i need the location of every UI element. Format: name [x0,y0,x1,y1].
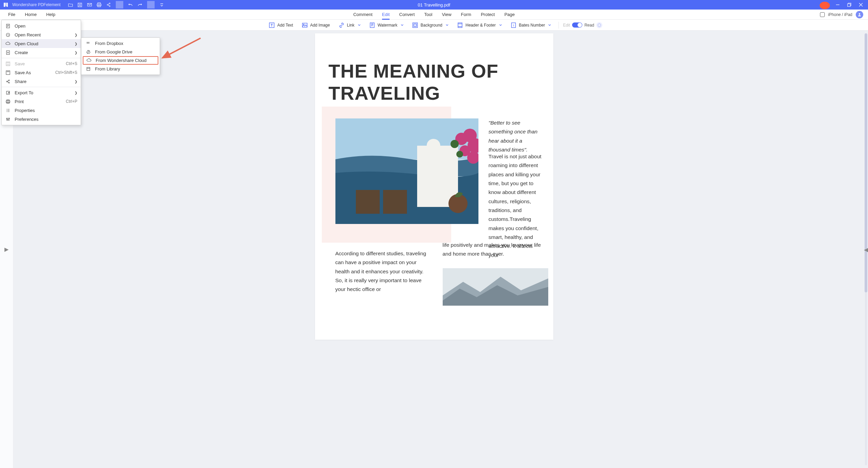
device-label[interactable]: iPhone / iPad [828,12,852,17]
read-mode-label: Read [584,23,594,28]
edit-toolbar: Add Text Add Image Link Watermark Backgr… [0,20,868,31]
chevron-down-icon [446,24,448,27]
menu-comment[interactable]: Comment [348,10,377,20]
svg-marker-20 [598,23,601,27]
separator [116,1,123,9]
add-text-button[interactable]: Add Text [266,21,296,30]
menu-item-open-recent[interactable]: Open Recent ❯ [2,30,81,31]
redo-icon[interactable] [136,1,144,9]
close-button[interactable] [856,1,866,9]
maximize-button[interactable] [844,1,854,9]
menu-view[interactable]: View [437,10,456,20]
svg-rect-12 [302,23,307,27]
user-avatar[interactable] [856,11,863,18]
print-icon[interactable] [95,1,103,9]
svg-point-10 [859,13,860,14]
svg-text:1: 1 [513,24,515,27]
watermark-button[interactable]: Watermark [366,21,407,30]
mail-icon[interactable] [86,1,93,9]
svg-rect-17 [458,23,462,28]
edit-read-toggle[interactable] [572,22,582,28]
bates-number-button[interactable]: 1 Bates Number [507,21,555,30]
menu-item-open[interactable]: Open [2,21,81,30]
minimize-button[interactable] [833,1,843,9]
chevron-down-icon [401,24,404,27]
svg-rect-9 [848,4,850,6]
share-icon[interactable] [105,1,112,9]
separator [558,22,559,29]
edit-mode-label: Edit [563,23,570,28]
menu-file[interactable]: File [3,10,20,20]
link-button[interactable]: Link [335,21,364,30]
svg-rect-14 [370,23,374,28]
chevron-down-icon [358,24,361,27]
menu-protect[interactable]: Protect [476,10,500,20]
titlebar-quick-tools [67,1,165,9]
svg-rect-0 [78,3,82,6]
menu-tool[interactable]: Tool [420,10,437,20]
menu-home[interactable]: Home [20,10,42,20]
title-bar: Wondershare PDFelement 01 Travelling.pdf [0,0,868,10]
notification-icon[interactable] [821,1,831,9]
save-icon[interactable] [76,1,84,9]
svg-rect-16 [414,24,416,27]
background-button[interactable]: Background [409,21,452,30]
undo-icon[interactable] [127,1,134,9]
menu-page[interactable]: Page [500,10,519,20]
app-logo-icon [2,1,10,9]
toolbar-settings-icon[interactable] [596,22,602,28]
menu-form[interactable]: Form [456,10,476,20]
quick-access-dropdown-icon[interactable] [158,1,165,9]
chevron-down-icon [548,24,551,27]
chevron-down-icon [499,24,502,27]
svg-rect-2 [98,3,100,4]
menu-edit[interactable]: Edit [377,10,394,20]
separator [147,1,155,9]
menu-help[interactable]: Help [42,10,60,20]
file-menu-dropdown: Open Open Recent ❯ Open Cloud ❯ Create ❯… [1,20,81,31]
document-icon [5,23,11,29]
add-image-button[interactable]: Add Image [299,21,333,30]
app-name: Wondershare PDFelement [12,2,61,7]
menu-convert[interactable]: Convert [394,10,420,20]
window-controls [821,1,868,9]
phone-icon [820,12,825,17]
svg-point-13 [303,24,304,25]
menu-bar: File Home Help Comment Edit Convert Tool… [0,10,868,20]
header-footer-button[interactable]: Header & Footer [454,21,505,30]
open-file-icon[interactable] [67,1,74,9]
